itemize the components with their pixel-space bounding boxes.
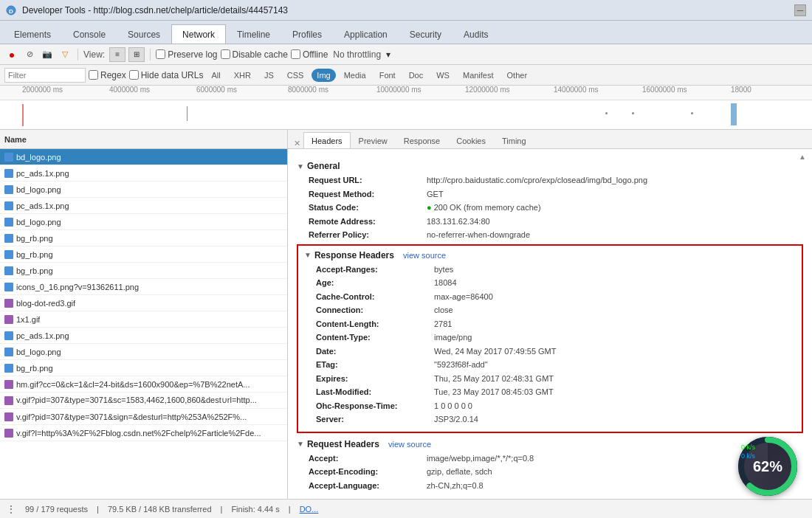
header-value: gzip, deflate, sdch [427, 466, 492, 478]
filter-img-button[interactable]: Img [312, 69, 335, 82]
filter-font-button[interactable]: Font [374, 69, 401, 82]
detail-tab-response[interactable]: Response [396, 132, 449, 148]
filter-js-button[interactable]: JS [259, 69, 279, 82]
header-key: Content-Length: [316, 318, 434, 331]
camera-button[interactable]: 📷 [40, 47, 55, 62]
regex-label[interactable]: Regex [89, 70, 126, 80]
detail-tab-headers[interactable]: Headers [303, 132, 351, 148]
file-item[interactable]: bd_logo.png [0, 344, 287, 360]
record-button[interactable]: ● [4, 47, 19, 62]
file-item[interactable]: pc_ads.1x.png [0, 165, 287, 182]
file-item[interactable]: bg_rb.png [0, 263, 287, 279]
regex-checkbox[interactable] [89, 70, 98, 80]
minimize-button[interactable]: — [794, 4, 806, 16]
response-header-row: Age:18084 [316, 277, 796, 289]
tab-elements[interactable]: Elements [3, 24, 62, 44]
filter-ws-button[interactable]: WS [431, 69, 455, 82]
timeline-bar-1 [22, 104, 24, 126]
response-headers-toggle[interactable]: ▼ [304, 251, 312, 259]
file-item[interactable]: v.gif?l=http%3A%2F%2Fblog.csdn.net%2Fche… [0, 425, 287, 441]
request-headers-view-source[interactable]: view source [388, 440, 431, 449]
file-item[interactable]: pc_ads.1x.png [0, 328, 287, 344]
detail-tab-cookies[interactable]: Cookies [448, 132, 494, 148]
header-key: Last-Modified: [316, 386, 434, 398]
hamburger-icon[interactable]: ⋮ [6, 503, 16, 515]
file-item[interactable]: bg_rb.png [0, 246, 287, 263]
offline-checkbox[interactable] [291, 49, 300, 59]
view-list-button[interactable]: ≡ [109, 47, 125, 62]
file-type-icon [4, 185, 13, 194]
filter-other-button[interactable]: Other [502, 69, 533, 82]
file-item[interactable]: 1x1.gif [0, 311, 287, 328]
filter-manifest-button[interactable]: Manifest [458, 69, 499, 82]
tab-sources[interactable]: Sources [117, 24, 171, 44]
stop-button[interactable]: ⊘ [22, 47, 37, 62]
file-item[interactable]: v.gif?pid=307&type=3071&sc=1583,4462,160… [0, 393, 287, 409]
file-list-header: Name ▲ [0, 130, 287, 149]
response-headers-view-source[interactable]: view source [403, 251, 446, 260]
file-item[interactable]: hm.gif?cc=0&ck=1&cl=24-bit&ds=1600x900&e… [0, 376, 287, 393]
filter-button[interactable]: ▽ [58, 47, 72, 62]
view-grid-button[interactable]: ⊞ [128, 47, 145, 62]
file-list: Name ▲ bd_logo.pngpc_ads.1x.pngbd_logo.p… [0, 130, 288, 499]
filter-xhr-button[interactable]: XHR [229, 69, 256, 82]
tick-6: 12000000 ms [465, 86, 510, 94]
request-headers-toggle[interactable]: ▼ [297, 440, 304, 448]
throttle-dropdown-icon[interactable]: ▾ [386, 49, 390, 60]
tab-application[interactable]: Application [333, 24, 399, 44]
header-key: Expires: [316, 373, 434, 385]
request-url-row: Request URL: http://cpro.baidustatic.com… [309, 174, 803, 187]
tab-audits[interactable]: Audits [453, 24, 499, 44]
file-type-icon [4, 201, 13, 210]
preserve-log-label[interactable]: Preserve log [156, 49, 217, 60]
filter-media-button[interactable]: Media [339, 69, 371, 82]
disable-cache-label[interactable]: Disable cache [221, 49, 288, 60]
file-item[interactable]: bg_rb.png [0, 230, 287, 246]
file-item[interactable]: bd_logo.png [0, 182, 287, 198]
file-type-icon [4, 364, 13, 373]
detail-tab-preview[interactable]: Preview [351, 132, 396, 148]
file-type-icon [4, 396, 13, 405]
tab-security[interactable]: Security [399, 24, 453, 44]
status-bar: ⋮ 99 / 179 requests | 79.5 KB / 148 KB t… [0, 499, 812, 518]
throttle-label: No throttling [333, 49, 381, 60]
tab-profiles[interactable]: Profiles [281, 24, 333, 44]
file-name: v.gif?pid=307&type=3071&sc=1583,4462,160… [16, 396, 257, 405]
tab-network[interactable]: Network [171, 24, 226, 44]
disable-cache-checkbox[interactable] [221, 49, 230, 59]
hide-data-urls-label[interactable]: Hide data URLs [129, 70, 204, 80]
filter-all-button[interactable]: All [206, 69, 225, 82]
response-header-row: ETag:"5923f68f-add" [316, 359, 796, 371]
tab-timeline[interactable]: Timeline [226, 24, 281, 44]
file-item[interactable]: blog-dot-red3.gif [0, 295, 287, 311]
file-item[interactable]: bd_logo.png [0, 214, 287, 230]
filter-css-button[interactable]: CSS [282, 69, 309, 82]
preserve-log-checkbox[interactable] [156, 49, 165, 59]
file-item[interactable]: v.gif?pid=307&type=3071&sign=&desturl=ht… [0, 409, 287, 425]
file-type-icon [4, 348, 13, 356]
filter-input[interactable] [4, 68, 86, 83]
header-value: Wed, 24 May 2017 07:49:55 GMT [434, 345, 557, 358]
file-type-icon [4, 169, 13, 178]
file-item[interactable]: bd_logo.png [0, 149, 287, 165]
detail-tab-timing[interactable]: Timing [494, 132, 534, 148]
detail-close-button[interactable]: ✕ [291, 139, 303, 148]
file-item[interactable]: bg_rb.png [0, 360, 287, 376]
tab-console[interactable]: Console [62, 24, 117, 44]
title-bar: D Developer Tools - http://blog.csdn.net… [0, 0, 812, 21]
file-name: bd_logo.png [16, 348, 61, 356]
file-item[interactable]: icons_0_16.png?v=91362611.png [0, 279, 287, 295]
header-value: JSP3/2.0.14 [434, 413, 478, 426]
network-toolbar: ● ⊘ 📷 ▽ View: ≡ ⊞ Preserve log Disable c… [0, 44, 812, 65]
file-item[interactable]: pc_ads.1x.png [0, 198, 287, 214]
request-headers-section: ▼ Request Headers view source Accept:ima… [297, 439, 803, 492]
separator-2 [150, 49, 151, 61]
filter-doc-button[interactable]: Doc [404, 69, 429, 82]
tick-2: 4000000 ms [109, 86, 150, 94]
hide-data-urls-checkbox[interactable] [129, 70, 139, 80]
offline-label[interactable]: Offline [291, 49, 328, 60]
file-name: hm.gif?cc=0&ck=1&cl=24-bit&ds=1600x900&e… [16, 380, 250, 389]
request-headers-list: Accept:image/webp,image/*,*/*;q=0.8Accep… [309, 452, 803, 492]
do-link[interactable]: DO... [300, 505, 319, 514]
general-toggle[interactable]: ▼ [297, 162, 304, 170]
